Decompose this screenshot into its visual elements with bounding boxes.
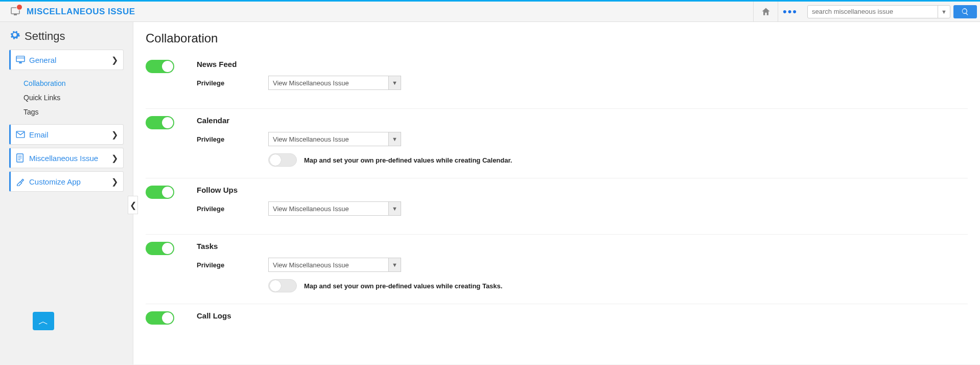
chevron-down-icon: ▼ — [392, 80, 398, 86]
gear-icon — [9, 29, 20, 43]
sidebar-item-customize-app[interactable]: Customize App ❯ — [9, 171, 124, 192]
home-icon — [761, 7, 771, 17]
search-icon — [961, 8, 969, 16]
sidebar-item-misc-issue[interactable]: Miscellaneous Issue ❯ — [9, 148, 124, 168]
map-hint-tasks: Map and set your own pre-defined values … — [304, 282, 502, 290]
select-dropdown-button[interactable]: ▼ — [388, 132, 401, 146]
home-button[interactable] — [753, 2, 778, 21]
section-calendar: Calendar Privilege View Miscellaneous Is… — [146, 108, 968, 178]
header-right: ••• ▼ — [753, 2, 980, 21]
sidebar-sub-collaboration[interactable]: Collaboration — [24, 76, 124, 90]
chevron-down-icon: ▼ — [941, 9, 947, 15]
chevron-down-icon: ▼ — [392, 206, 398, 212]
main-content: Collaboration News Feed Privilege View M… — [133, 22, 980, 364]
map-hint-calendar: Map and set your own pre-defined values … — [304, 156, 512, 164]
chevron-right-icon: ❯ — [111, 153, 118, 163]
privilege-row: Privilege View Miscellaneous Issue ▼ — [197, 201, 968, 216]
chevron-right-icon: ❯ — [111, 55, 118, 65]
sidebar-title-label: Settings — [25, 30, 65, 43]
toggle-call-logs[interactable] — [146, 311, 174, 325]
search-dropdown-button[interactable]: ▼ — [938, 6, 950, 18]
more-menu-button[interactable]: ••• — [778, 2, 802, 21]
toggle-follow-ups[interactable] — [146, 186, 174, 199]
sidebar-item-label: Email — [29, 130, 111, 139]
sidebar-item-label: Miscellaneous Issue — [29, 154, 111, 163]
svg-rect-1 — [14, 14, 17, 15]
sidebar-item-label: Customize App — [29, 177, 111, 186]
search-input[interactable] — [808, 8, 938, 15]
ellipsis-icon: ••• — [783, 5, 798, 18]
privilege-row: Privilege View Miscellaneous Issue ▼ — [197, 76, 968, 90]
toggle-tasks[interactable] — [146, 242, 174, 255]
toggle-map-tasks[interactable] — [268, 279, 297, 292]
page-title: Collaboration — [146, 31, 968, 45]
select-value: View Miscellaneous Issue — [269, 205, 388, 213]
sidebar-item-email[interactable]: Email ❯ — [9, 124, 124, 145]
scroll-to-top-button[interactable]: ︿ — [33, 312, 54, 330]
privilege-label: Privilege — [197, 79, 227, 87]
select-dropdown-button[interactable]: ▼ — [388, 202, 401, 215]
privilege-select-follow-ups[interactable]: View Miscellaneous Issue ▼ — [268, 201, 401, 216]
mail-icon — [16, 131, 27, 138]
privilege-label: Privilege — [197, 135, 227, 143]
section-call-logs: Call Logs — [146, 304, 968, 338]
map-row-calendar: Map and set your own pre-defined values … — [197, 153, 968, 167]
select-dropdown-button[interactable]: ▼ — [388, 258, 401, 271]
privilege-select-news-feed[interactable]: View Miscellaneous Issue ▼ — [268, 76, 401, 90]
chevron-right-icon: ❯ — [111, 130, 118, 140]
section-title: News Feed — [197, 60, 968, 69]
section-title: Tasks — [197, 242, 968, 250]
svg-rect-4 — [19, 62, 21, 63]
sidebar-item-general[interactable]: General ❯ — [9, 50, 124, 70]
sidebar-general-subitems: Collaboration Quick Links Tags — [9, 73, 124, 124]
header-left: MISCELLANEOUS ISSUE — [0, 6, 135, 17]
app-header: MISCELLANEOUS ISSUE ••• ▼ — [0, 2, 980, 22]
page: Settings General ❯ Collaboration Quick L… — [0, 22, 980, 364]
select-value: View Miscellaneous Issue — [269, 135, 388, 143]
section-tasks: Tasks Privilege View Miscellaneous Issue… — [146, 234, 968, 304]
section-title: Call Logs — [197, 311, 968, 320]
chevron-down-icon: ▼ — [392, 136, 398, 142]
chevron-left-icon: ❮ — [130, 200, 136, 210]
app-title: MISCELLANEOUS ISSUE — [27, 7, 135, 17]
notification-badge-icon — [16, 4, 22, 10]
section-news-feed: News Feed Privilege View Miscellaneous I… — [146, 53, 968, 108]
search-wrap: ▼ — [802, 2, 980, 21]
search-button[interactable] — [953, 5, 977, 18]
sidebar-item-label: General — [29, 56, 111, 64]
chevron-up-icon: ︿ — [38, 314, 49, 328]
select-dropdown-button[interactable]: ▼ — [388, 76, 401, 89]
toggle-map-calendar[interactable] — [268, 153, 297, 167]
privilege-label: Privilege — [197, 205, 227, 213]
chevron-down-icon: ▼ — [392, 262, 398, 268]
sidebar: Settings General ❯ Collaboration Quick L… — [0, 22, 133, 364]
select-value: View Miscellaneous Issue — [269, 79, 388, 87]
app-icon — [10, 6, 22, 17]
privilege-label: Privilege — [197, 261, 227, 269]
privilege-row: Privilege View Miscellaneous Issue ▼ — [197, 132, 968, 146]
map-row-tasks: Map and set your own pre-defined values … — [197, 279, 968, 292]
sidebar-title: Settings — [9, 29, 124, 43]
privilege-select-tasks[interactable]: View Miscellaneous Issue ▼ — [268, 258, 401, 272]
section-title: Follow Ups — [197, 186, 968, 194]
document-icon — [16, 153, 27, 163]
sidebar-sub-tags[interactable]: Tags — [24, 105, 124, 119]
tools-icon — [16, 177, 27, 186]
svg-rect-2 — [16, 56, 25, 62]
toggle-calendar[interactable] — [146, 116, 174, 129]
privilege-row: Privilege View Miscellaneous Issue ▼ — [197, 258, 968, 272]
sidebar-divider: ❮ — [133, 22, 133, 364]
monitor-icon — [16, 56, 27, 64]
toggle-news-feed[interactable] — [146, 60, 174, 73]
privilege-select-calendar[interactable]: View Miscellaneous Issue ▼ — [268, 132, 401, 146]
collapse-sidebar-button[interactable]: ❮ — [128, 196, 138, 214]
section-follow-ups: Follow Ups Privilege View Miscellaneous … — [146, 178, 968, 234]
sidebar-sub-quick-links[interactable]: Quick Links — [24, 90, 124, 105]
select-value: View Miscellaneous Issue — [269, 261, 388, 269]
section-title: Calendar — [197, 116, 968, 125]
search-box: ▼ — [807, 5, 950, 18]
chevron-right-icon: ❯ — [111, 177, 118, 187]
